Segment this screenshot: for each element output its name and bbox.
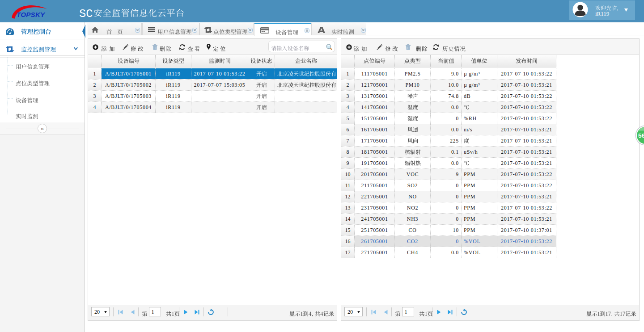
svg-text:TOPSKY: TOPSKY — [17, 11, 46, 18]
svg-text:56: 56 — [638, 132, 644, 139]
